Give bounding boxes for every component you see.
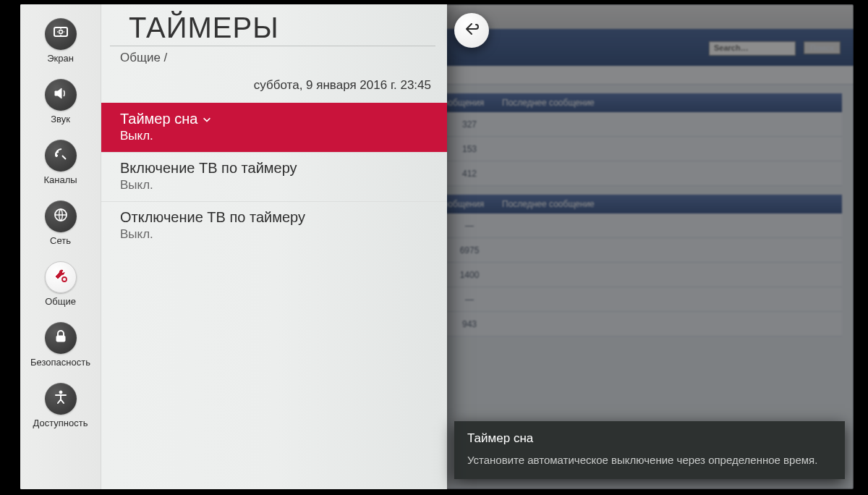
back-arrow-icon <box>463 20 480 41</box>
option-value: Выкл. <box>120 178 428 192</box>
sidebar: Экран Звук Каналы Сеть Общие Безопасност <box>20 4 101 489</box>
option-title: Включение ТВ по таймеру <box>120 160 297 177</box>
bg-search: Search… <box>709 41 796 56</box>
bg-search-go: Поиск <box>804 41 841 54</box>
tooltip-title: Таймер сна <box>467 431 832 446</box>
svg-rect-5 <box>56 336 65 342</box>
page-title: ТАЙМЕРЫ <box>110 12 435 46</box>
option-title: Отключение ТВ по таймеру <box>120 209 305 226</box>
sidebar-item-sound[interactable]: Звук <box>20 71 101 132</box>
sidebar-item-label: Доступность <box>33 418 88 428</box>
satellite-icon <box>52 145 69 166</box>
sidebar-item-label: Сеть <box>50 235 71 246</box>
help-tooltip: Таймер сна Установите автоматическое вык… <box>454 421 845 479</box>
globe-icon <box>52 206 69 227</box>
settings-panel: Экран Звук Каналы Сеть Общие Безопасност <box>20 4 447 489</box>
sidebar-item-accessibility[interactable]: Доступность <box>20 375 101 436</box>
accessibility-icon <box>52 389 69 409</box>
bg-col-last: Последнее сообщение <box>502 98 833 108</box>
lock-icon <box>52 328 69 348</box>
svg-point-6 <box>59 391 62 394</box>
sidebar-item-general[interactable]: Общие <box>20 253 101 314</box>
datetime-label: суббота, 9 января 2016 г. 23:45 <box>101 78 447 103</box>
option-sleep-timer[interactable]: Таймер сна Выкл. <box>101 103 447 152</box>
tools-icon <box>52 267 69 287</box>
sidebar-item-label: Каналы <box>43 174 77 185</box>
sidebar-item-label: Звук <box>51 114 70 124</box>
sidebar-item-screen[interactable]: Экран <box>20 10 101 71</box>
sidebar-item-label: Экран <box>47 53 74 64</box>
back-button[interactable] <box>454 13 489 48</box>
screen-icon <box>52 24 69 44</box>
svg-point-2 <box>55 154 57 156</box>
option-title: Таймер сна <box>120 111 197 127</box>
option-value: Выкл. <box>120 129 428 143</box>
sidebar-item-security[interactable]: Безопасность <box>20 314 101 375</box>
sound-icon <box>52 85 69 105</box>
svg-point-1 <box>59 30 62 33</box>
tooltip-body: Установите автоматическое выключение чер… <box>467 453 832 468</box>
chevron-down-icon <box>202 114 212 124</box>
option-value: Выкл. <box>120 227 428 242</box>
sidebar-item-label: Безопасность <box>30 357 90 368</box>
sidebar-item-label: Общие <box>45 296 76 307</box>
sidebar-item-network[interactable]: Сеть <box>20 192 101 253</box>
settings-content: ТАЙМЕРЫ Общие / суббота, 9 января 2016 г… <box>101 4 447 489</box>
sidebar-item-channels[interactable]: Каналы <box>20 132 101 192</box>
option-power-on-timer[interactable]: Включение ТВ по таймеру Выкл. <box>101 152 447 201</box>
breadcrumb: Общие / <box>101 49 447 78</box>
option-power-off-timer[interactable]: Отключение ТВ по таймеру Выкл. <box>101 201 447 250</box>
svg-point-4 <box>62 277 67 282</box>
